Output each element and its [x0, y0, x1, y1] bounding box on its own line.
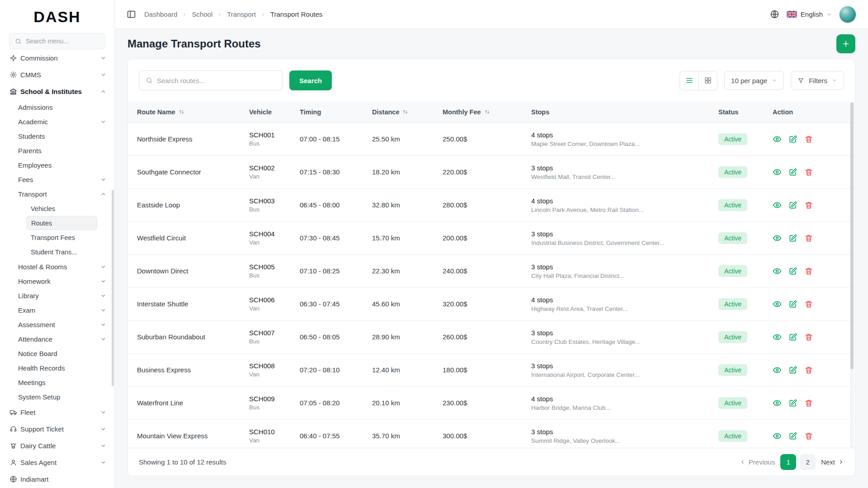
routes-search[interactable]: [139, 70, 283, 90]
globe-button[interactable]: [770, 9, 779, 19]
column-label: Action: [773, 108, 793, 116]
view-button[interactable]: [773, 267, 782, 276]
page-button-2[interactable]: 2: [800, 454, 816, 470]
sidebar-item-attendance[interactable]: Attendance: [0, 332, 114, 346]
delete-button[interactable]: [804, 399, 813, 408]
edit-button[interactable]: [788, 300, 797, 309]
sidebar-item-commission[interactable]: Commission: [0, 50, 114, 66]
sidebar-item-label: Indiamart: [20, 475, 49, 483]
list-view-button[interactable]: [680, 71, 698, 90]
sidebar-item-support-ticket[interactable]: Support Ticket: [0, 421, 114, 437]
breadcrumb-item-transport[interactable]: Transport: [227, 10, 256, 18]
route-monthly-fee: 320.00$: [443, 300, 467, 308]
column-label: Vehicle: [249, 108, 272, 116]
route-monthly-fee: 200.00$: [443, 234, 467, 242]
sidebar-item-label: Parents: [18, 147, 42, 155]
view-button[interactable]: [773, 168, 782, 177]
sidebar-item-employees[interactable]: Employees: [0, 158, 114, 172]
page-button-1[interactable]: 1: [780, 454, 796, 470]
language-selector[interactable]: English: [787, 10, 832, 18]
view-button[interactable]: [773, 135, 782, 144]
delete-button[interactable]: [804, 300, 813, 309]
sidebar-search-input[interactable]: [26, 38, 108, 45]
route-name: Waterfront Line: [137, 399, 183, 407]
breadcrumb-item-dashboard[interactable]: Dashboard: [144, 10, 177, 18]
edit-button[interactable]: [788, 135, 797, 144]
sidebar-item-student-trans[interactable]: Student Trans...: [26, 245, 97, 259]
previous-page-button[interactable]: Previous: [740, 458, 775, 466]
delete-button[interactable]: [804, 366, 813, 375]
view-button[interactable]: [773, 201, 782, 210]
sidebar-item-transport-fees[interactable]: Transport Fees: [26, 230, 97, 244]
delete-button[interactable]: [804, 333, 813, 342]
column-header-stops: Stops: [524, 102, 711, 122]
sidebar-item-indiamart[interactable]: Indiamart: [0, 471, 114, 488]
table-row: Downtown Direct SCH005 Bus 07:10 - 08:25…: [128, 254, 855, 287]
sidebar-item-meetings[interactable]: Meetings: [0, 375, 114, 389]
sidebar-item-system-setup[interactable]: System Setup: [0, 389, 114, 404]
column-header-route-name[interactable]: Route Name: [128, 102, 242, 122]
sidebar-item-health-records[interactable]: Health Records: [0, 361, 114, 375]
sidebar-item-school-institutes[interactable]: School & Institutes: [0, 83, 114, 100]
search-button[interactable]: Search: [289, 70, 332, 90]
sidebar-item-fleet[interactable]: Fleet: [0, 404, 114, 421]
chevron-right-icon: [838, 459, 844, 465]
edit-button[interactable]: [788, 168, 797, 177]
grid-view-button[interactable]: [698, 71, 717, 90]
sidebar-item-parents[interactable]: Parents: [0, 143, 114, 158]
add-route-button[interactable]: [836, 34, 855, 53]
sidebar-item-students[interactable]: Students: [0, 129, 114, 143]
sidebar-item-cmms[interactable]: CMMS: [0, 66, 114, 83]
per-page-select[interactable]: 10 per page: [724, 71, 784, 90]
pagination-pages: 12: [780, 454, 816, 470]
view-button[interactable]: [773, 300, 782, 309]
chevron-down-icon: [100, 72, 106, 78]
routes-search-input[interactable]: [157, 77, 276, 84]
view-button[interactable]: [773, 366, 782, 375]
sidebar-item-transport[interactable]: Transport: [0, 187, 114, 201]
delete-button[interactable]: [804, 267, 813, 276]
sidebar-item-academic[interactable]: Academic: [0, 114, 114, 129]
sidebar-item-routes[interactable]: Routes: [26, 216, 97, 230]
edit-button[interactable]: [788, 234, 797, 243]
breadcrumb-item-school[interactable]: School: [192, 10, 212, 18]
sidebar-item-exam[interactable]: Exam: [0, 303, 114, 317]
sidebar-item-dairy-cattle[interactable]: Dairy Cattle: [0, 437, 114, 454]
filters-button[interactable]: Filters: [791, 71, 844, 90]
sidebar-toggle-button[interactable]: [127, 9, 136, 19]
sidebar-item-sales-agent[interactable]: Sales Agent: [0, 454, 114, 471]
sidebar-item-library[interactable]: Library: [0, 288, 114, 303]
edit-button[interactable]: [788, 333, 797, 342]
delete-button[interactable]: [804, 168, 813, 177]
school-icon: [9, 88, 17, 95]
edit-button[interactable]: [788, 432, 797, 441]
sidebar-search[interactable]: [9, 33, 105, 49]
sidebar-scrollbar[interactable]: [112, 190, 114, 386]
view-button[interactable]: [773, 234, 782, 243]
edit-button[interactable]: [788, 399, 797, 408]
column-header-distance[interactable]: Distance: [365, 102, 435, 122]
delete-button[interactable]: [804, 201, 813, 210]
user-avatar[interactable]: [839, 6, 856, 23]
view-button[interactable]: [773, 432, 782, 441]
sidebar-item-homework[interactable]: Homework: [0, 274, 114, 288]
table-scrollbar-thumb[interactable]: [850, 103, 854, 369]
sidebar-item-hostel-rooms[interactable]: Hostel & Rooms: [0, 259, 114, 274]
delete-button[interactable]: [804, 234, 813, 243]
edit-button[interactable]: [788, 201, 797, 210]
sidebar-item-fees[interactable]: Fees: [0, 172, 114, 187]
edit-button[interactable]: [788, 267, 797, 276]
route-distance: 18.20 km: [372, 168, 400, 176]
column-header-monthly-fee[interactable]: Monthly Fee: [435, 102, 524, 122]
delete-button[interactable]: [804, 432, 813, 441]
stops-detail: Industrial Business District, Government…: [531, 239, 704, 246]
view-button[interactable]: [773, 333, 782, 342]
sidebar-item-admissions[interactable]: Admissions: [0, 100, 114, 114]
delete-button[interactable]: [804, 135, 813, 144]
view-button[interactable]: [773, 399, 782, 408]
sidebar-item-notice-board[interactable]: Notice Board: [0, 346, 114, 361]
sidebar-item-assessment[interactable]: Assessment: [0, 317, 114, 332]
sidebar-item-vehicles[interactable]: Vehicles: [26, 202, 97, 216]
edit-button[interactable]: [788, 366, 797, 375]
next-page-button[interactable]: Next: [821, 458, 844, 466]
